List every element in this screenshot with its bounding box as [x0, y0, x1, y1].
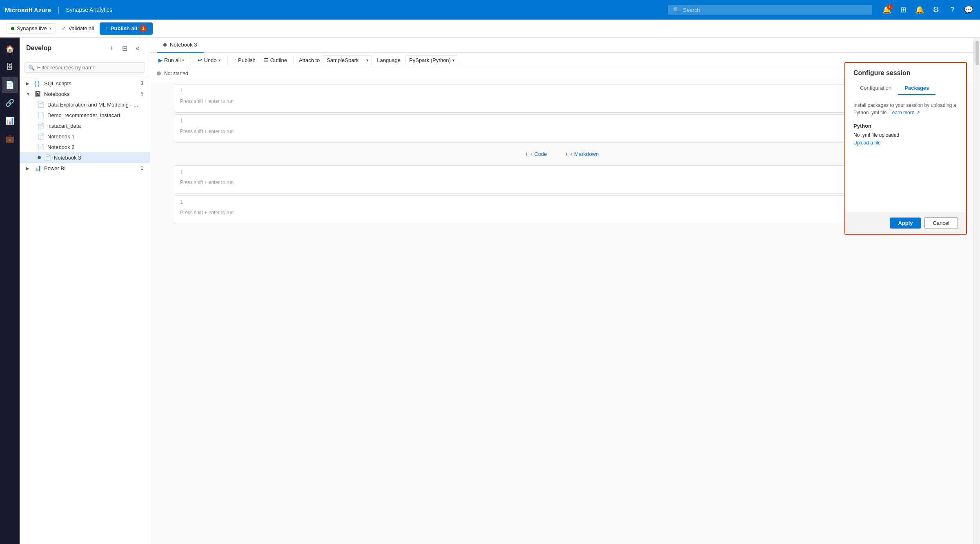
learn-more-link[interactable]: Learn more ↗ [889, 110, 920, 115]
tree-item-sql-scripts[interactable]: ▶ { } SQL scripts 3 [20, 78, 150, 89]
notifications-badge: 1 [887, 4, 893, 10]
configure-tab-packages[interactable]: Packages [898, 82, 935, 95]
scrollbar-thumb[interactable] [976, 41, 979, 65]
add-resource-button[interactable]: + [106, 42, 117, 54]
sep-2 [227, 56, 227, 64]
notebooks-label: Notebooks [44, 91, 69, 97]
publish-all-badge: 1 [140, 25, 147, 32]
configure-bottom-actions: Apply Cancel [845, 212, 966, 234]
configure-panel-header: Configure session Configuration Packages [845, 63, 966, 95]
status-text: Not started [164, 71, 188, 76]
notebook-label-4: Notebook 1 [47, 133, 75, 140]
sidebar-icon-home[interactable]: 🏠 [2, 41, 18, 57]
upload-file-label: Upload a file [853, 140, 881, 146]
publish-icon: ↑ [234, 57, 237, 63]
cell-4-gutter: ▶ ▾ [150, 195, 175, 224]
tree-item-power-bi[interactable]: ▶ 📊 Power BI 1 [20, 163, 150, 173]
sidebar-icon-manage[interactable]: 💼 [2, 131, 18, 147]
notebook-tab-3[interactable]: Notebook 3 [157, 38, 204, 53]
add-markdown-button[interactable]: + + Markdown [560, 149, 604, 159]
collapse-all-button[interactable]: ⊟ [119, 42, 130, 54]
external-link-icon: ↗ [916, 110, 920, 115]
power-bi-arrow: ▶ [26, 166, 31, 171]
status-dot [157, 71, 161, 75]
main-layout: 🏠 🗄 📄 🔗 📊 💼 Develop + ⊟ « 🔍 ▶ { } [0, 38, 980, 544]
notebook-label-1: Data Exploration and ML Modeling --... [47, 102, 138, 108]
notebooks-count: 6 [140, 91, 143, 97]
notebook-icon-5: 📄 [38, 144, 44, 150]
filter-input-wrap[interactable]: 🔍 [24, 62, 145, 73]
packages-tab-label: Packages [904, 85, 929, 91]
upload-file-link[interactable]: Upload a file [853, 140, 881, 146]
configure-description: Install packages to your session by uplo… [853, 102, 958, 116]
undo-chevron: ▾ [218, 58, 220, 62]
search-input[interactable] [683, 7, 867, 13]
tree-item-notebook-1[interactable]: 📄 Notebook 1 [20, 131, 150, 142]
cell-2-gutter: ▶ ▾ [150, 114, 175, 143]
tree-item-notebook-2[interactable]: 📄 Notebook 2 [20, 142, 150, 152]
sidebar-icon-integrate[interactable]: 🔗 [2, 95, 18, 111]
sql-scripts-label: SQL scripts [44, 80, 71, 87]
notebook-3-modified-dot [38, 156, 41, 159]
settings-icon[interactable]: ⚙ [929, 3, 942, 16]
notebooks-icon: 📓 [34, 91, 41, 97]
outline-button[interactable]: ☰ Outline [261, 56, 290, 65]
language-value: PySpark (Python) [409, 57, 451, 63]
attach-to-label: Attach to [299, 57, 320, 63]
feedback-icon[interactable]: 💬 [962, 3, 975, 16]
synapse-live-chevron: ▾ [49, 26, 51, 31]
add-markdown-icon: + [565, 151, 568, 157]
add-code-button[interactable]: + + Code [520, 149, 552, 159]
sidebar-icon-data[interactable]: 🗄 [2, 59, 18, 75]
tree-item-notebook-3[interactable]: 📄 Notebook 3 [20, 152, 150, 163]
validate-all-button[interactable]: ✓ Validate all [58, 24, 98, 33]
tree-item-notebook-demo-recommender[interactable]: 📄 Demo_recommender_instacart [20, 110, 150, 120]
synapse-live-button[interactable]: Synapse live ▾ [7, 23, 56, 33]
publish-all-button[interactable]: ↑ Publish all 1 [100, 22, 153, 35]
search-bar[interactable]: 🔍 [668, 5, 872, 15]
tree-item-notebook-data-exploration[interactable]: 📄 Data Exploration and ML Modeling --... [20, 99, 150, 110]
develop-header: Develop + ⊟ « [20, 38, 150, 59]
notebook-icon-3: 📄 [38, 122, 44, 129]
publish-all-icon: ↑ [105, 25, 108, 31]
tree-item-notebooks[interactable]: ▼ 📓 Notebooks 6 [20, 89, 150, 99]
configure-tab-configuration[interactable]: Configuration [853, 82, 898, 95]
configure-panel-body: Install packages to your session by uplo… [845, 95, 966, 152]
tab-modified-dot [163, 43, 167, 47]
filter-input[interactable] [37, 64, 141, 71]
sidebar-icon-develop[interactable]: 📄 [2, 77, 18, 93]
outline-icon: ☰ [264, 57, 269, 63]
undo-button[interactable]: ↩ Undo ▾ [194, 56, 223, 65]
help-icon[interactable]: ? [946, 3, 959, 16]
attach-to-dropdown[interactable]: SampleSpark ▾ [323, 55, 372, 65]
notifications-icon[interactable]: 🔔 1 [880, 3, 893, 16]
brand-label: Microsoft Azure [5, 7, 51, 13]
language-chevron: ▾ [452, 58, 454, 62]
add-markdown-label: + Markdown [570, 151, 599, 157]
publish-button[interactable]: ↑ Publish [231, 56, 259, 65]
apps-icon[interactable]: ⊞ [897, 3, 910, 16]
run-all-label: Run all [164, 57, 180, 63]
add-code-label: + Code [530, 151, 547, 157]
apply-button[interactable]: Apply [890, 218, 921, 229]
run-all-button[interactable]: ▶ Run all ▾ [155, 56, 187, 65]
language-label: Language [377, 57, 401, 63]
language-dropdown[interactable]: PySpark (Python) ▾ [405, 55, 458, 65]
notebook-label-2: Demo_recommender_instacart [47, 112, 120, 118]
bell-icon[interactable]: 🔔 [913, 3, 926, 16]
top-nav: Microsoft Azure | Synapse Analytics 🔍 🔔 … [0, 0, 980, 20]
close-sidebar-button[interactable]: « [132, 42, 143, 54]
tab-label: Notebook 3 [170, 42, 197, 48]
tree-item-notebook-instacart[interactable]: 📄 instacart_data [20, 120, 150, 131]
cancel-button[interactable]: Cancel [924, 217, 958, 229]
notebook-container: Notebook 3 ▶ Run all ▾ ↩ Undo ▾ ↑ [150, 38, 973, 544]
sidebar-icon-monitor[interactable]: 📊 [2, 113, 18, 129]
outline-label: Outline [270, 57, 287, 63]
develop-actions: + ⊟ « [106, 42, 143, 54]
power-bi-count: 1 [140, 165, 143, 171]
configuration-tab-label: Configuration [860, 85, 891, 91]
top-nav-icons: 🔔 1 ⊞ 🔔 ⚙ ? 💬 [880, 3, 975, 16]
configure-session-panel: Configure session Configuration Packages… [844, 62, 967, 235]
sep-1 [191, 56, 191, 64]
right-scrollbar[interactable] [973, 38, 980, 544]
